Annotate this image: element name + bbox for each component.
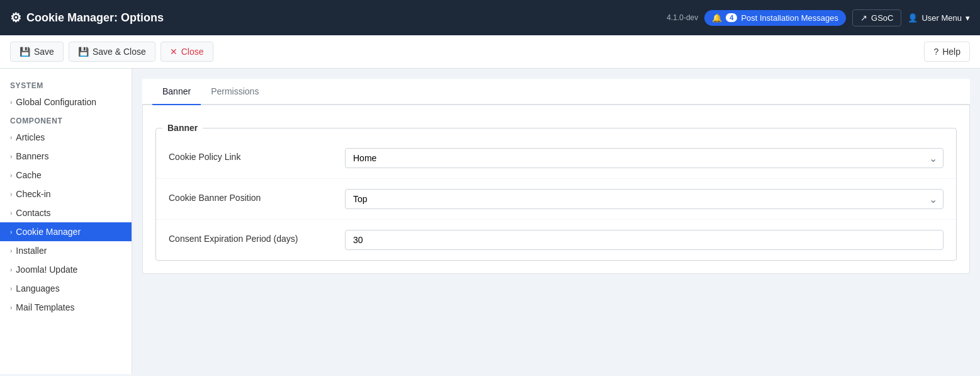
- chevron-right-icon: ›: [10, 229, 12, 236]
- chevron-down-icon: ▾: [966, 13, 970, 23]
- user-menu-button[interactable]: 👤 User Menu ▾: [908, 13, 970, 23]
- help-icon: ?: [933, 47, 938, 57]
- notification-count: 4: [726, 13, 737, 22]
- bell-icon: 🔔: [712, 13, 722, 23]
- sidebar-item-label: Banners: [16, 151, 48, 161]
- help-button[interactable]: ? Help: [924, 42, 970, 62]
- sidebar-item-global-configuration[interactable]: › Global Configuration: [0, 93, 132, 111]
- save-icon: 💾: [20, 47, 30, 57]
- sidebar-item-installer[interactable]: › Installer: [0, 241, 132, 260]
- cookie-banner-position-label: Cookie Banner Position: [169, 189, 332, 203]
- chevron-right-icon: ›: [10, 285, 12, 292]
- gear-icon: ⚙: [10, 10, 21, 25]
- content-area: Banner Permissions Banner Cookie Policy …: [132, 69, 980, 374]
- help-label: Help: [942, 47, 960, 57]
- sidebar-item-joomla-update[interactable]: › Joomla! Update: [0, 260, 132, 279]
- banner-fieldset-legend: Banner: [162, 123, 203, 133]
- tab-banner-label: Banner: [162, 86, 191, 96]
- cookie-policy-link-group: Cookie Policy Link Home About Privacy Po…: [156, 138, 956, 178]
- chevron-right-icon: ›: [10, 266, 12, 273]
- sidebar-item-label: Contacts: [16, 208, 50, 218]
- chevron-right-icon: ›: [10, 153, 12, 160]
- chevron-right-icon: ›: [10, 304, 12, 311]
- external-link-icon: ↗: [860, 13, 867, 23]
- save-button[interactable]: 💾 Save: [10, 42, 64, 62]
- sidebar-item-label: Cache: [16, 170, 41, 180]
- cookie-policy-link-label: Cookie Policy Link: [169, 148, 332, 162]
- brand: ⚙ Cookie Manager: Options: [10, 10, 659, 25]
- tab-permissions[interactable]: Permissions: [201, 79, 269, 105]
- chevron-right-icon: ›: [10, 99, 12, 106]
- sidebar-item-cookie-manager[interactable]: › Cookie Manager: [0, 222, 132, 241]
- save-close-label: Save & Close: [93, 47, 146, 57]
- chevron-right-icon: ›: [10, 248, 12, 254]
- topbar: ⚙ Cookie Manager: Options 4.1.0-dev 🔔 4 …: [0, 0, 980, 35]
- chevron-right-icon: ›: [10, 172, 12, 179]
- main-container: System › Global Configuration Component …: [0, 69, 980, 374]
- sidebar-item-label: Articles: [16, 132, 45, 142]
- sidebar-item-label: Global Configuration: [16, 97, 96, 107]
- cookie-banner-position-select-wrapper: Top Bottom ⌄: [345, 189, 943, 209]
- sidebar-item-languages[interactable]: › Languages: [0, 279, 132, 298]
- tab-permissions-label: Permissions: [211, 86, 259, 96]
- chevron-right-icon: ›: [10, 191, 12, 198]
- sidebar-item-label: Cookie Manager: [16, 227, 81, 237]
- consent-expiration-group: Consent Expiration Period (days): [156, 219, 956, 260]
- chevron-right-icon: ›: [10, 210, 12, 217]
- save-label: Save: [34, 47, 54, 57]
- toolbar: 💾 Save 💾 Save & Close ✕ Close ? Help: [0, 35, 980, 69]
- consent-expiration-wrap: [345, 230, 943, 250]
- sidebar-item-check-in[interactable]: › Check-in: [0, 185, 132, 203]
- tabs: Banner Permissions: [142, 79, 970, 105]
- user-menu-label: User Menu: [921, 13, 962, 23]
- tab-banner[interactable]: Banner: [152, 79, 201, 105]
- user-icon: 👤: [908, 13, 918, 23]
- gsoc-button[interactable]: ↗ GSoC: [852, 9, 901, 26]
- panel-body: Banner Cookie Policy Link Home About Pri…: [143, 105, 969, 273]
- sidebar-item-label: Joomla! Update: [16, 265, 77, 275]
- cookie-banner-position-group: Cookie Banner Position Top Bottom ⌄: [156, 178, 956, 219]
- consent-expiration-input[interactable]: [345, 230, 943, 250]
- post-install-messages-button[interactable]: 🔔 4 Post Installation Messages: [704, 10, 846, 26]
- sidebar-item-label: Installer: [16, 246, 47, 256]
- banner-panel: Banner Cookie Policy Link Home About Pri…: [142, 105, 970, 274]
- sidebar-item-mail-templates[interactable]: › Mail Templates: [0, 298, 132, 317]
- sidebar-item-contacts[interactable]: › Contacts: [0, 203, 132, 222]
- sidebar: System › Global Configuration Component …: [0, 69, 132, 374]
- chevron-right-icon: ›: [10, 134, 12, 141]
- version-badge: 4.1.0-dev: [667, 13, 698, 22]
- gsoc-label: GSoC: [871, 13, 893, 23]
- cookie-policy-link-wrap: Home About Privacy Policy ⌄: [345, 148, 943, 168]
- brand-title: Cookie Manager: Options: [26, 11, 164, 25]
- close-icon: ✕: [170, 47, 177, 57]
- sidebar-item-banners[interactable]: › Banners: [0, 147, 132, 166]
- topbar-right: 4.1.0-dev 🔔 4 Post Installation Messages…: [667, 9, 970, 26]
- sidebar-item-label: Languages: [16, 283, 59, 293]
- save-close-button[interactable]: 💾 Save & Close: [69, 42, 155, 62]
- cookie-banner-position-wrap: Top Bottom ⌄: [345, 189, 943, 209]
- cookie-policy-link-select[interactable]: Home About Privacy Policy: [345, 148, 943, 168]
- cookie-policy-link-select-wrapper: Home About Privacy Policy ⌄: [345, 148, 943, 168]
- banner-fieldset: Banner Cookie Policy Link Home About Pri…: [155, 123, 957, 261]
- save-close-icon: 💾: [78, 47, 89, 57]
- close-button[interactable]: ✕ Close: [161, 42, 213, 62]
- sidebar-item-articles[interactable]: › Articles: [0, 128, 132, 147]
- component-section-title: Component: [0, 111, 132, 128]
- consent-expiration-label: Consent Expiration Period (days): [169, 230, 332, 244]
- sidebar-item-label: Check-in: [16, 189, 50, 199]
- post-install-label: Post Installation Messages: [741, 13, 838, 23]
- sidebar-item-label: Mail Templates: [16, 302, 74, 312]
- close-label: Close: [181, 47, 204, 57]
- cookie-banner-position-select[interactable]: Top Bottom: [345, 189, 943, 209]
- sidebar-item-cache[interactable]: › Cache: [0, 166, 132, 185]
- system-section-title: System: [0, 76, 132, 93]
